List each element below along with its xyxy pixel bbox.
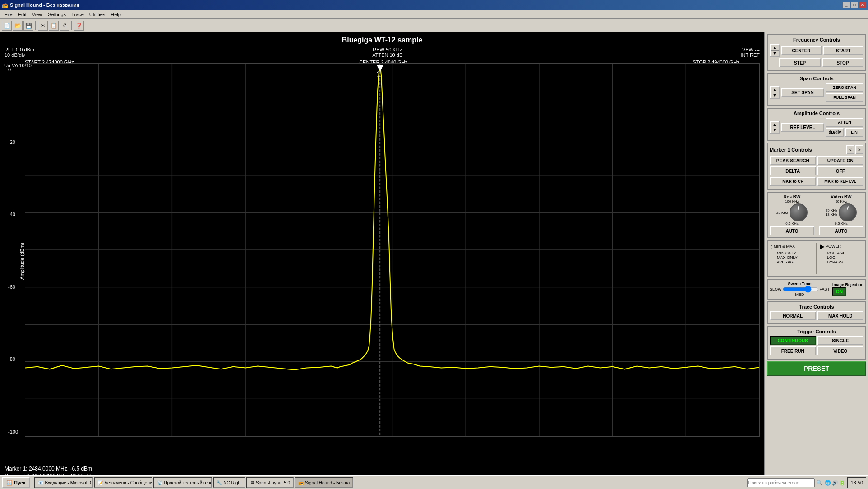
- spectrum-svg[interactable]: 1: [25, 64, 759, 436]
- menu-settings[interactable]: Settings: [45, 11, 69, 18]
- center-button[interactable]: CENTER: [781, 46, 822, 55]
- spectrum-info-right: VBW --- INT REF: [740, 47, 760, 58]
- video-bw-top: 50 KHz: [819, 199, 863, 203]
- normal-button[interactable]: NORMAL: [770, 311, 816, 320]
- step-button[interactable]: STEP: [779, 58, 821, 67]
- atten-display: ATTEN 10 dB: [372, 52, 402, 58]
- taskbar-item-3[interactable]: 📡 Простой тестовый гене...: [153, 477, 212, 488]
- menu-view[interactable]: View: [29, 11, 46, 18]
- span-down-arrow[interactable]: ▼: [771, 92, 779, 98]
- marker1-title: Marker 1 Controls: [770, 147, 812, 152]
- atten-button[interactable]: ATTEN: [826, 118, 863, 127]
- marker-next-button[interactable]: >: [855, 145, 863, 154]
- start-button[interactable]: START: [823, 46, 863, 55]
- zero-span-button[interactable]: ZERO SPAN: [826, 83, 863, 92]
- intref-display: INT REF: [740, 52, 760, 58]
- mkr-to-cf-button[interactable]: MKR to CF: [770, 177, 816, 186]
- titlebar-controls[interactable]: _ □ ✕: [843, 2, 866, 8]
- taskbar-search-input[interactable]: [747, 478, 815, 487]
- taskbar-item-1[interactable]: 📧 Входящие - Microsoft O...: [34, 477, 93, 488]
- taskbar-item-2[interactable]: 📝 Без имени - Сообщение...: [94, 477, 152, 488]
- systray-icons: 🌐 🔊 🔋: [825, 480, 845, 486]
- clock: 18:50: [847, 477, 866, 488]
- freq-arrow-block[interactable]: ▲ ▼: [770, 44, 780, 57]
- res-bw-knob[interactable]: [790, 203, 808, 221]
- res-bw-auto-button[interactable]: AUTO: [770, 226, 814, 235]
- preset-button[interactable]: PRESET: [767, 361, 866, 376]
- res-bw-knob-tick: [798, 206, 799, 210]
- span-controls-title: Span Controls: [770, 76, 863, 81]
- amp-down-arrow[interactable]: ▼: [771, 127, 779, 133]
- lin-button[interactable]: LIN: [845, 128, 863, 137]
- span-arrow-block[interactable]: ▲ ▼: [770, 86, 780, 99]
- help-button[interactable]: ❓: [74, 21, 84, 31]
- sweep-group: Sweep Time SLOW FAST MED Image Rejection…: [767, 279, 866, 300]
- db-div-button[interactable]: dB/div: [826, 128, 844, 137]
- marker-prev-button[interactable]: <: [846, 145, 854, 154]
- free-run-button[interactable]: FREE RUN: [770, 346, 816, 355]
- y-axis-title: Amplitude (dBm): [19, 243, 25, 280]
- menu-help[interactable]: Help: [108, 11, 124, 18]
- svg-text:1: 1: [376, 69, 381, 79]
- ua-label: Ua VA 10/10: [3, 62, 33, 69]
- full-span-button[interactable]: FULL SPAN: [826, 93, 863, 102]
- y-labels: 0 -20 -40 -60 -80 -100: [8, 67, 18, 434]
- taskbar-item-4[interactable]: 🔧 NC Right: [213, 477, 245, 488]
- windows-icon: 🪟: [6, 480, 13, 486]
- ref-level-button[interactable]: REF LEVEL: [781, 123, 824, 132]
- new-button[interactable]: 📄: [2, 21, 12, 31]
- single-button[interactable]: SINGLE: [817, 336, 864, 345]
- video-trigger-button[interactable]: VIDEO: [817, 346, 864, 355]
- taskbar-item-6[interactable]: 📻 Signal Hound - Без на...: [295, 477, 353, 488]
- close-button[interactable]: ✕: [859, 2, 866, 8]
- print-button[interactable]: 🖨: [60, 21, 69, 31]
- chart-inner[interactable]: 1: [25, 63, 760, 437]
- trigger-row2: FREE RUN VIDEO: [770, 346, 863, 355]
- minimize-button[interactable]: _: [843, 2, 850, 8]
- update-on-button[interactable]: UPDATE ON: [817, 156, 864, 165]
- peak-search-button[interactable]: PEAK SEARCH: [770, 156, 816, 165]
- voltage-label: VOLTAGE: [820, 251, 863, 255]
- trace-right-col: ▶ POWER VOLTAGE LOG BYPASS: [820, 243, 863, 264]
- save-button[interactable]: 💾: [23, 21, 33, 31]
- span-up-arrow[interactable]: ▲: [771, 87, 779, 92]
- off-button[interactable]: OFF: [817, 166, 864, 175]
- taskbar-item-5[interactable]: 🖥 Sprint-Layout 5.0: [246, 477, 294, 488]
- sweep-slider-row: SLOW FAST: [770, 286, 830, 292]
- marker1-row1: PEAK SEARCH UPDATE ON: [770, 156, 863, 165]
- continuous-button[interactable]: CONTINUOUS: [770, 336, 816, 345]
- image-rejection-on-button[interactable]: ON: [832, 287, 846, 296]
- delta-button[interactable]: DELTA: [770, 166, 816, 175]
- y-label-40: -40: [8, 212, 18, 217]
- max-hold-button[interactable]: MAX HOLD: [817, 311, 864, 320]
- amplitude-controls-title: Amplitude Controls: [770, 111, 863, 116]
- amp-arrow-block[interactable]: ▲ ▼: [770, 121, 780, 134]
- maximize-button[interactable]: □: [851, 2, 858, 8]
- freq-up-arrow[interactable]: ▲: [771, 45, 779, 51]
- taskbar-item-4-label: NC Right: [223, 480, 242, 485]
- image-rejection-label: Image Rejection: [832, 282, 863, 287]
- menu-utilities[interactable]: Utilities: [87, 11, 108, 18]
- taskbar-right: 🔍 🌐 🔊 🔋 18:50: [747, 477, 866, 488]
- set-span-button[interactable]: SET SPAN: [781, 88, 824, 97]
- cut-button[interactable]: ✂: [38, 21, 48, 31]
- menu-edit[interactable]: Edit: [15, 11, 29, 18]
- video-bw-auto-button[interactable]: AUTO: [819, 226, 863, 235]
- copy-button[interactable]: 📋: [49, 21, 59, 31]
- video-bw-bot: 6.5 KHz: [819, 221, 863, 226]
- video-bw-knob[interactable]: [839, 203, 857, 221]
- stop-button[interactable]: STOP: [822, 58, 863, 67]
- freq-down-arrow[interactable]: ▼: [771, 51, 779, 56]
- menu-file[interactable]: File: [2, 11, 15, 18]
- res-bw-mid-label: 25 KHz: [776, 211, 788, 215]
- amp-up-arrow[interactable]: ▲: [771, 122, 779, 127]
- menu-trace[interactable]: Trace: [69, 11, 87, 18]
- mkr-to-ref-lvl-button[interactable]: MKR to REF LVL: [817, 177, 864, 186]
- open-button[interactable]: 📂: [13, 21, 23, 31]
- trace-separator: [816, 243, 817, 274]
- taskbar-item-4-icon: 🔧: [217, 480, 222, 485]
- sweep-slider[interactable]: [783, 286, 819, 292]
- marker1-header: Marker 1 Controls < >: [770, 145, 863, 154]
- chart-area[interactable]: Amplitude (dBm) 0 -20 -40 -60 -80 -100 U…: [0, 59, 764, 464]
- start-button[interactable]: 🪟 Пуск: [2, 477, 30, 488]
